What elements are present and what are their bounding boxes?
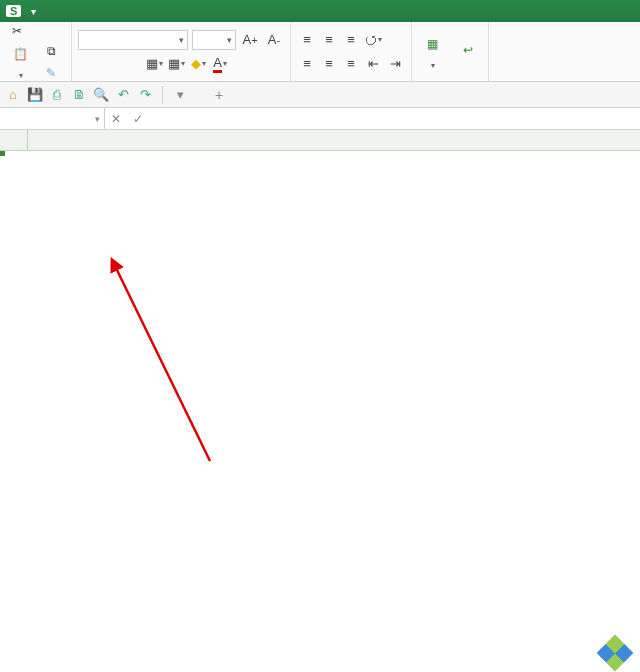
new-tab-button[interactable]: +: [207, 87, 231, 103]
increase-font-icon[interactable]: A+: [240, 30, 260, 50]
accept-formula-icon[interactable]: ✓: [127, 112, 149, 126]
align-left-icon[interactable]: ≡: [297, 54, 317, 74]
indent-decrease-icon[interactable]: ⇤: [363, 54, 383, 74]
border-button[interactable]: ▦: [144, 54, 164, 74]
decrease-font-icon[interactable]: A-: [264, 30, 284, 50]
copy-icon: ⧉: [43, 43, 59, 59]
redo-icon[interactable]: ↷: [136, 86, 154, 104]
clipboard-icon: 📋: [9, 43, 31, 65]
paintbrush-icon: ✎: [43, 65, 59, 81]
format-painter-button[interactable]: ✎: [40, 63, 65, 83]
app-menu-dropdown-icon[interactable]: ▾: [31, 6, 36, 17]
font-color-button[interactable]: A: [210, 54, 230, 74]
merge-group: ▦ ↩: [412, 22, 489, 81]
align-right-icon[interactable]: ≡: [341, 54, 361, 74]
watermark: [602, 640, 634, 666]
align-bottom-icon[interactable]: ≡: [341, 30, 361, 50]
cancel-formula-icon[interactable]: ✕: [105, 112, 127, 126]
underline-button[interactable]: [122, 54, 142, 74]
align-middle-icon[interactable]: ≡: [319, 30, 339, 50]
fill-cell-button[interactable]: ▦: [166, 54, 186, 74]
home-icon[interactable]: ⌂: [4, 86, 22, 104]
indent-increase-icon[interactable]: ⇥: [385, 54, 405, 74]
watermark-logo-icon: [597, 635, 634, 672]
preview-icon[interactable]: 🔍: [92, 86, 110, 104]
formula-bar: ✕ ✓: [0, 108, 640, 130]
select-all-corner[interactable]: [0, 130, 28, 150]
orientation-icon[interactable]: ⭯: [363, 30, 383, 50]
app-logo: S: [6, 5, 21, 17]
title-bar: S ▾: [0, 0, 640, 22]
print-icon[interactable]: ⎙: [48, 86, 66, 104]
align-top-icon[interactable]: ≡: [297, 30, 317, 50]
merge-icon: ▦: [421, 33, 443, 55]
separator: [162, 86, 163, 104]
print-preview-icon[interactable]: 🗎: [70, 86, 88, 104]
active-cell-outline: [0, 151, 4, 155]
ribbon: ✂ 📋 ⧉ ✎ A+ A- ▦ ▦ ◆ A: [0, 22, 640, 82]
font-group: A+ A- ▦ ▦ ◆ A: [72, 22, 291, 81]
spreadsheet-grid[interactable]: [0, 130, 640, 151]
svg-line-0: [115, 266, 210, 461]
clipboard-group: ✂ 📋 ⧉ ✎: [0, 22, 72, 81]
paste-button[interactable]: 📋: [6, 41, 34, 83]
cut-button[interactable]: ✂: [6, 21, 65, 41]
copy-button[interactable]: ⧉: [40, 41, 65, 61]
font-name-select[interactable]: [78, 30, 188, 50]
merge-center-button[interactable]: ▦: [418, 31, 446, 72]
save-icon[interactable]: 💾: [26, 86, 44, 104]
italic-button[interactable]: [100, 54, 120, 74]
undo-icon[interactable]: ↶: [114, 86, 132, 104]
dropdown-icon[interactable]: ▾: [171, 86, 189, 104]
align-group: ≡ ≡ ≡ ⭯ ≡ ≡ ≡ ⇤ ⇥: [291, 22, 412, 81]
fill-color-button[interactable]: ◆: [188, 54, 208, 74]
column-headers: [0, 130, 640, 151]
align-center-icon[interactable]: ≡: [319, 54, 339, 74]
font-size-select[interactable]: [192, 30, 236, 50]
name-box[interactable]: [0, 108, 105, 129]
bold-button[interactable]: [78, 54, 98, 74]
annotation-arrow: [0, 151, 640, 672]
wrap-text-button[interactable]: ↩: [454, 37, 482, 66]
quick-access-toolbar: ⌂ 💾 ⎙ 🗎 🔍 ↶ ↷ ▾ +: [0, 82, 640, 108]
scissors-icon: ✂: [9, 23, 25, 39]
wrap-icon: ↩: [457, 39, 479, 61]
